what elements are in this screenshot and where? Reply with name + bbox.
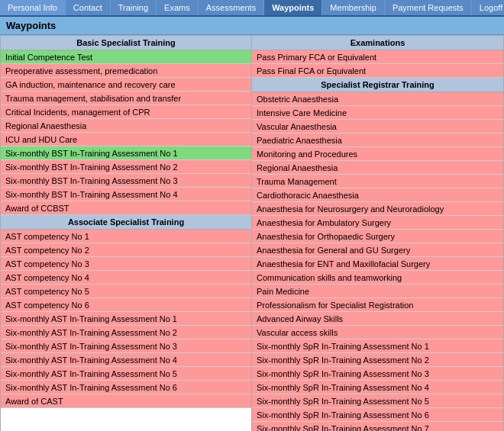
list-item[interactable]: Six-monthly SpR In-Training Assessment N…	[252, 394, 503, 408]
list-item[interactable]: Regional Anaesthesia	[252, 161, 503, 175]
tab-payment-requests[interactable]: Payment Requests	[385, 0, 472, 15]
list-item[interactable]: Six-monthly SpR In-Training Assessment N…	[252, 408, 503, 422]
list-item[interactable]: Six-monthly BST In-Training Assessment N…	[1, 188, 251, 201]
nav-tabs: Personal Info Contact Training Exams Ass…	[0, 0, 504, 17]
list-item[interactable]: Anaesthesia for General and GU Surgery	[252, 243, 503, 257]
list-item[interactable]: Six-monthly SpR In-Training Assessment N…	[252, 367, 503, 381]
list-item[interactable]: Cardiothoracic Anaesthesia	[252, 188, 503, 202]
list-item[interactable]: Six-monthly AST In-Training Assessment N…	[1, 326, 251, 339]
list-item[interactable]: Regional Anaesthesia	[1, 119, 251, 133]
list-item[interactable]: Pain Medicine	[252, 285, 503, 298]
list-item[interactable]: Six-monthly SpR In-Training Assessment N…	[252, 381, 503, 394]
list-item[interactable]: Preoperative assessment, premedication	[1, 64, 251, 78]
list-item[interactable]: Six-monthly BST In-Training Assessment N…	[1, 174, 251, 188]
list-item[interactable]: Vascular access skills	[252, 326, 503, 339]
list-item[interactable]: Communication skills and teamworking	[252, 271, 503, 285]
main-grid: Basic Specialist Training Initial Compet…	[0, 35, 504, 431]
list-item[interactable]: AST competency No 2	[1, 243, 251, 257]
list-item[interactable]: GA induction, maintenance and recovery c…	[1, 78, 251, 92]
list-item[interactable]: Six-monthly SpR In-Training Assessment N…	[252, 353, 503, 367]
list-item[interactable]: Trauma Management	[252, 175, 503, 188]
list-item[interactable]: AST competency No 6	[1, 298, 251, 312]
nav-bar: Personal Info Contact Training Exams Ass…	[0, 0, 504, 17]
list-item[interactable]: Six-monthly SpR In-Training Assessment N…	[252, 339, 503, 353]
list-item[interactable]: Six-monthly AST In-Training Assessment N…	[1, 353, 251, 367]
list-item[interactable]: Vascular Anaesthesia	[252, 120, 503, 133]
list-item[interactable]: Six-monthly BST In-Training Assessment N…	[1, 160, 251, 174]
list-item[interactable]: Award of CCBST	[1, 201, 251, 215]
tab-training[interactable]: Training	[111, 0, 157, 15]
right-column: Examinations Pass Primary FCA or Equival…	[252, 36, 503, 431]
ast-header: Associate Specialist Training	[1, 215, 251, 230]
list-item[interactable]: Six-monthly AST In-Training Assessment N…	[1, 339, 251, 353]
list-item[interactable]: Six-monthly BST In-Training Assessment N…	[1, 146, 251, 160]
exams-header: Examinations	[252, 36, 503, 50]
list-item[interactable]: Six-monthly AST In-Training Assessment N…	[1, 367, 251, 381]
tab-waypoints[interactable]: Waypoints	[264, 0, 322, 15]
list-item[interactable]: Initial Competence Test	[1, 50, 251, 64]
list-item[interactable]: Anaesthesia for ENT and Maxillofacial Su…	[252, 257, 503, 271]
list-item[interactable]: Advanced Airway Skills	[252, 312, 503, 326]
spr-header: Specialist Registrar Training	[252, 78, 503, 92]
list-item[interactable]: AST competency No 3	[1, 257, 251, 271]
tab-exams[interactable]: Exams	[157, 0, 199, 15]
list-item[interactable]: Professionalism for Specialist Registrat…	[252, 298, 503, 312]
tab-assessments[interactable]: Assessments	[199, 0, 264, 15]
tab-logoff[interactable]: Logoff	[472, 0, 504, 15]
list-item[interactable]: Anaesthesia for Orthopaedic Surgery	[252, 230, 503, 243]
tab-membership[interactable]: Membership	[322, 0, 385, 15]
list-item[interactable]: AST competency No 4	[1, 271, 251, 285]
list-item[interactable]: Pass Final FCA or Equivalent	[252, 64, 503, 78]
list-item[interactable]: Paediatric Anaesthesia	[252, 133, 503, 147]
list-item[interactable]: Six-monthly AST In-Training Assessment N…	[1, 381, 251, 394]
list-item[interactable]: Six-monthly SpR In-Training Assessment N…	[252, 422, 503, 431]
list-item[interactable]: Obstetric Anaesthesia	[252, 92, 503, 106]
left-column: Basic Specialist Training Initial Compet…	[1, 36, 252, 431]
list-item[interactable]: AST competency No 5	[1, 285, 251, 298]
tab-contact[interactable]: Contact	[66, 0, 111, 15]
list-item[interactable]: AST competency No 1	[1, 230, 251, 243]
list-item[interactable]: Monitoring and Procedures	[252, 147, 503, 161]
tab-personal-info[interactable]: Personal Info	[0, 0, 66, 15]
list-item[interactable]: Pass Primary FCA or Equivalent	[252, 50, 503, 64]
list-item[interactable]: Award of CAST	[1, 394, 251, 408]
list-item[interactable]: Anaesthesia for Ambulatory Surgery	[252, 216, 503, 230]
list-item[interactable]: Anaesthesia for Neurosurgery and Neurora…	[252, 202, 503, 216]
list-item[interactable]: Critical Incidents, management of CPR	[1, 105, 251, 119]
list-item[interactable]: Six-monthly AST In-Training Assessment N…	[1, 312, 251, 326]
list-item[interactable]: Intensive Care Medicine	[252, 106, 503, 120]
list-item[interactable]: ICU and HDU Care	[1, 133, 251, 146]
list-item[interactable]: Trauma management, stabilisation and tra…	[1, 92, 251, 105]
bst-header: Basic Specialist Training	[1, 36, 251, 50]
page-title: Waypoints	[0, 17, 504, 35]
